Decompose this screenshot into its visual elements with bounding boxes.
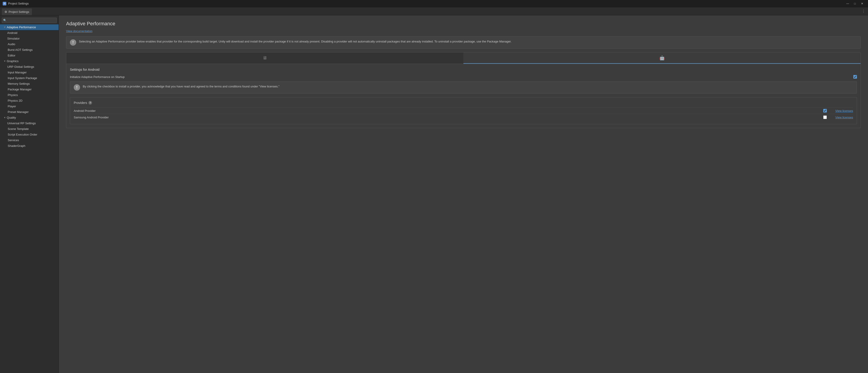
sidebar-item-shadergraph[interactable]: ShaderGraph xyxy=(0,143,59,149)
sidebar-item-player[interactable]: Player xyxy=(0,103,59,109)
providers-title-row: Providers ? xyxy=(74,101,853,105)
sidebar-item-script-execution[interactable]: Script Execution Order xyxy=(0,132,59,137)
sidebar-item-adaptive-performance[interactable]: Adaptive Performance xyxy=(0,24,59,30)
sidebar-item-services[interactable]: Services xyxy=(0,137,59,143)
maximize-button[interactable]: □ xyxy=(852,1,858,6)
sidebar-item-label: Input Manager xyxy=(8,71,27,74)
info-text: Selecting an Adaptive Performance provid… xyxy=(79,39,512,44)
desktop-icon: 🖥 xyxy=(262,55,267,61)
initialize-checkbox[interactable] xyxy=(853,75,857,79)
sidebar-item-graphics[interactable]: Graphics xyxy=(0,58,59,64)
tab-icon: ⚙ xyxy=(4,10,7,13)
providers-help-icon[interactable]: ? xyxy=(88,101,92,105)
sidebar-item-label: Physics 2D xyxy=(8,99,22,102)
chevron-down-icon xyxy=(4,60,6,62)
sidebar-item-android[interactable]: Android xyxy=(0,30,59,36)
initialize-label: Initialize Adaptive Performance on Start… xyxy=(70,75,853,79)
sidebar-item-simulator[interactable]: Simulator xyxy=(0,36,59,41)
sidebar-search-container: 🔍 xyxy=(0,16,59,24)
sidebar-item-editor[interactable]: Editor xyxy=(0,53,59,58)
sidebar-item-label: Quality xyxy=(7,116,16,119)
android-icon: 🤖 xyxy=(659,55,665,61)
sidebar-item-label: Audio xyxy=(8,42,15,46)
checkbox-notice-text: By clicking the checkbox to install a pr… xyxy=(83,84,280,89)
android-settings-panel: Settings for Android Initialize Adaptive… xyxy=(66,64,861,128)
close-button[interactable]: ✕ xyxy=(859,1,865,6)
sidebar-item-quality[interactable]: Quality xyxy=(0,115,59,121)
sidebar-item-label: Scene Template xyxy=(8,127,29,131)
chevron-down-icon xyxy=(4,116,6,119)
provider-name: Android Provider xyxy=(74,109,819,112)
sidebar-item-physics[interactable]: Physics xyxy=(0,92,59,98)
sidebar-item-preset-manager[interactable]: Preset Manager xyxy=(0,109,59,115)
provider-row-samsung-provider: Samsung Android ProviderView licenses xyxy=(74,114,853,121)
platform-tabs: 🖥 🤖 xyxy=(66,52,861,64)
provider-checkbox-android-provider[interactable] xyxy=(823,109,827,112)
project-settings-tab[interactable]: ⚙ Project Settings xyxy=(2,8,32,15)
view-licenses-link-android-provider[interactable]: View licenses xyxy=(831,109,853,112)
sidebar-item-memory-settings[interactable]: Memory Settings xyxy=(0,81,59,87)
sidebar-item-label: Simulator xyxy=(7,37,20,40)
settings-section-title: Settings for Android xyxy=(70,68,857,71)
warning-icon: ! xyxy=(70,39,76,46)
provider-row-android-provider: Android ProviderView licenses xyxy=(74,107,853,114)
platform-tab-android[interactable]: 🤖 xyxy=(463,53,861,64)
sidebar-item-label: Script Execution Order xyxy=(8,133,37,136)
search-input[interactable] xyxy=(2,18,57,23)
sidebar-item-label: Preset Manager xyxy=(8,110,29,114)
content-area: Adaptive Performance View documentation … xyxy=(59,15,868,373)
tab-label: Project Settings xyxy=(9,10,29,13)
sidebar: 🔍 Adaptive PerformanceAndroidSimulatorAu… xyxy=(0,15,59,373)
sidebar-item-input-manager[interactable]: Input Manager xyxy=(0,70,59,75)
providers-label: Providers xyxy=(74,101,87,105)
main-layout: 🔍 Adaptive PerformanceAndroidSimulatorAu… xyxy=(0,15,868,373)
sidebar-item-label: Physics xyxy=(8,93,18,97)
sidebar-item-label: Services xyxy=(8,138,19,142)
sidebar-item-label: Graphics xyxy=(7,60,19,63)
sidebar-item-label: Package Manager xyxy=(8,88,32,91)
chevron-down-icon xyxy=(4,26,6,29)
provider-checkbox-samsung-provider[interactable] xyxy=(823,115,827,119)
sidebar-items-list: Adaptive PerformanceAndroidSimulatorAudi… xyxy=(0,24,59,149)
window-controls: — □ ✕ xyxy=(844,1,865,6)
tab-menu-button[interactable]: ⋮ xyxy=(861,9,866,13)
view-documentation-link[interactable]: View documentation xyxy=(66,29,93,33)
search-icon: 🔍 xyxy=(3,19,6,22)
sidebar-item-burst-aot[interactable]: Burst AOT Settings xyxy=(0,47,59,53)
tab-bar: ⚙ Project Settings ⋮ xyxy=(0,7,868,15)
sidebar-item-label: ShaderGraph xyxy=(8,144,25,147)
page-title: Adaptive Performance xyxy=(66,21,861,27)
sidebar-item-label: Burst AOT Settings xyxy=(8,48,33,52)
sidebar-item-label: Android xyxy=(7,31,18,35)
title-bar: ⚙ Project Settings — □ ✕ xyxy=(0,0,868,7)
sidebar-item-label: Universal RP Settings xyxy=(7,122,36,125)
provider-name: Samsung Android Provider xyxy=(74,116,819,119)
sidebar-item-label: Input System Package xyxy=(8,76,37,80)
sidebar-item-label: Editor xyxy=(8,54,16,57)
platform-tab-desktop[interactable]: 🖥 xyxy=(66,53,463,64)
sidebar-item-label: Memory Settings xyxy=(8,82,30,86)
sidebar-item-universal-rp[interactable]: Universal RP Settings xyxy=(0,121,59,126)
sidebar-item-input-system[interactable]: Input System Package xyxy=(0,75,59,81)
sidebar-item-label: URP Global Settings xyxy=(7,65,34,68)
app-icon: ⚙ xyxy=(3,2,6,5)
sidebar-item-audio[interactable]: Audio xyxy=(0,41,59,47)
providers-section: Providers ? Android ProviderView license… xyxy=(70,97,857,124)
sidebar-item-scene-template[interactable]: Scene Template xyxy=(0,126,59,132)
minimize-button[interactable]: — xyxy=(844,1,851,6)
checkbox-notice-box: ! By clicking the checkbox to install a … xyxy=(70,81,857,94)
sidebar-item-label: Player xyxy=(8,105,16,108)
providers-list: Android ProviderView licensesSamsung And… xyxy=(74,107,853,121)
info-box: ! Selecting an Adaptive Performance prov… xyxy=(66,36,861,48)
sidebar-item-physics-2d[interactable]: Physics 2D xyxy=(0,98,59,103)
view-licenses-link-samsung-provider[interactable]: View licenses xyxy=(831,116,853,119)
title-bar-left: ⚙ Project Settings xyxy=(3,2,29,5)
sidebar-item-package-manager[interactable]: Package Manager xyxy=(0,87,59,92)
initialize-row: Initialize Adaptive Performance on Start… xyxy=(70,74,857,79)
sidebar-item-label: Adaptive Performance xyxy=(7,26,36,29)
sidebar-item-urp-global[interactable]: URP Global Settings xyxy=(0,64,59,70)
notice-icon: ! xyxy=(74,84,80,91)
window-title: Project Settings xyxy=(8,2,29,5)
